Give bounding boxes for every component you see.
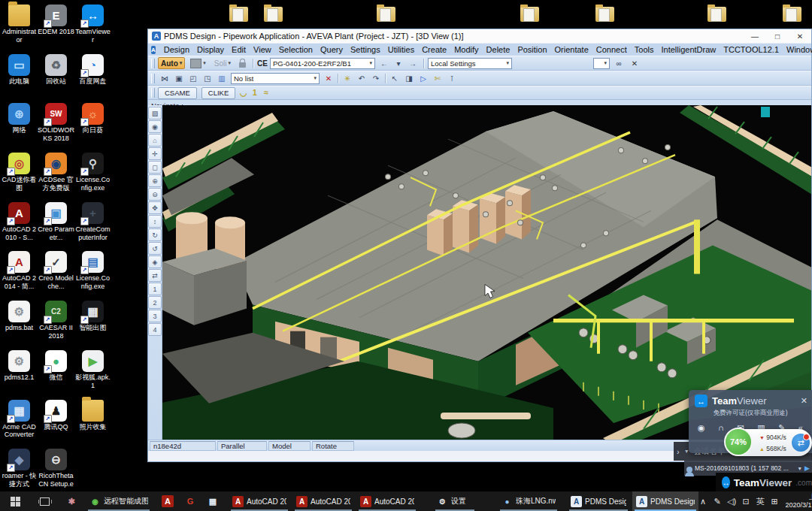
pinned-g-app[interactable]: G [180, 491, 200, 511]
taskbar-clock[interactable]: 上午 1:55 2020/3/17 星期二 [783, 493, 812, 509]
draw-list-combo[interactable]: No list▾ [231, 73, 320, 84]
menu-modify[interactable]: Modify [450, 45, 482, 54]
desktop-icon-creo-parametric[interactable]: ▣↗Creo Parametr... [38, 202, 74, 252]
tool-zoom-out[interactable]: ⊖ [148, 188, 162, 201]
desktop-icon-solidworks-2018[interactable]: SW↗SOLIDWORKS 2018 [38, 103, 74, 153]
tray-pen-icon[interactable]: ✎ [713, 497, 722, 506]
desktop-icon-baidu-netdisk[interactable]: ◔↗百度网盘 [74, 54, 111, 104]
pdms-window-1[interactable]: APDMS Design ... [567, 491, 630, 511]
solid-view-icon[interactable]: ◨ [402, 72, 416, 85]
toolbar-grip[interactable] [151, 74, 155, 83]
redo-icon[interactable]: ↷ [369, 72, 383, 85]
desktop-icon-pdms-bat[interactable]: ⚙pdms.bat [1, 301, 38, 350]
desktop-icon-smart-plot[interactable]: ▦↗智能出图 [74, 301, 111, 350]
settings-scope-combo[interactable]: Local Settings▾ [428, 58, 512, 69]
tool-saved-view-3[interactable]: 3 [148, 310, 162, 322]
tool-pan[interactable]: ✛ [148, 147, 162, 160]
tool-rotate-cw[interactable]: ↻ [148, 228, 162, 241]
undo-icon[interactable]: ↶ [355, 72, 368, 85]
desktop-folder-icon[interactable] [377, 7, 395, 22]
tool-look[interactable]: ⌂ [148, 134, 162, 147]
clear-list-icon[interactable]: ✕ [322, 72, 335, 85]
find-icon[interactable]: ∞ [612, 57, 626, 70]
auto-mode-button[interactable]: Auto▾ [158, 57, 185, 69]
desktop-icon-teamviewer[interactable]: ↔↗TeamViewer [74, 5, 111, 54]
nav-drop-icon[interactable]: ▾ [392, 57, 405, 70]
pointer-icon[interactable]: ↖ [388, 72, 401, 85]
desktop-icon-sunlogin[interactable]: ☼↗向日葵 [74, 103, 111, 153]
pinned-autocad[interactable]: A [158, 491, 177, 511]
search-history-combo[interactable]: ▾ [593, 58, 610, 69]
tool-zoom-rect[interactable]: ◻ [148, 161, 162, 174]
quickconnect-badge-icon[interactable]: ⇄ [792, 434, 810, 452]
toolbar-grip[interactable] [151, 88, 155, 98]
pdms-window-2[interactable]: APDMS Design ... [632, 491, 698, 511]
lock-button[interactable] [236, 57, 249, 69]
desktop-icon-tencent-qq[interactable]: ♟↗腾讯QQ [38, 400, 74, 449]
tool-elevation[interactable]: ↕ [148, 215, 162, 228]
autocad-window-3[interactable]: AAutoCAD 2010... [356, 491, 418, 511]
desktop-folder-icon[interactable] [707, 7, 726, 22]
menu-connect[interactable]: Connect [592, 45, 631, 54]
navisworks-lng-window[interactable]: ●珠海LNG.nwd ... [498, 491, 559, 511]
menu-utilities[interactable]: Utilities [384, 45, 418, 54]
maximize-button[interactable]: □ [766, 29, 789, 43]
tray-volume-icon[interactable]: ◁) [727, 497, 736, 506]
tray-ime-grid-icon[interactable]: ⊞ [770, 497, 779, 506]
menu-edit[interactable]: Edit [228, 45, 250, 54]
title-bar[interactable]: A PDMS Design - Pipework Application - A… [148, 29, 811, 43]
tool-saved-view-4[interactable]: 4 [148, 323, 162, 336]
tool-zoom-selection[interactable]: ◉ [148, 120, 162, 133]
desktop-icon-autocad-2010[interactable]: A↗AutoCAD 2010 - S... [1, 202, 38, 252]
tool-saved-view-2[interactable]: 2 [148, 296, 162, 309]
start-button[interactable] [0, 491, 30, 511]
tool-extents[interactable]: ▧ [148, 107, 162, 119]
desktop-icon-create-computer-inform[interactable]: +↗CreateComputerInform... [74, 202, 111, 252]
desktop-icon-acme-cad-converter[interactable]: ▦↗Acme CAD Converter [1, 400, 38, 449]
autocad-window-2[interactable]: AAutoCAD 2010... [292, 491, 354, 511]
desktop-icon-acdsee[interactable]: ◉↗ACDSee 官方免费版 [38, 153, 74, 202]
pipe-bend-icon[interactable]: ◡ [238, 88, 249, 98]
list-columns-icon[interactable]: ▥ [215, 72, 229, 85]
menu-window[interactable]: Window [783, 45, 812, 54]
desktop-icon-photo-collection[interactable]: 照片收集 [74, 400, 111, 449]
window-restore-icon[interactable]: ◰ [186, 72, 200, 85]
desktop-folder-icon[interactable] [595, 7, 614, 22]
desktop-folder-icon[interactable] [520, 7, 539, 22]
settings-window[interactable]: ⚙设置 [433, 491, 477, 511]
csame-button[interactable]: CSAME [158, 87, 197, 99]
tool-rotate-ccw[interactable]: ↺ [148, 242, 162, 255]
nav-back-icon[interactable]: ← [377, 57, 391, 70]
pipe-one-icon[interactable]: 1 [249, 88, 260, 98]
menu-query[interactable]: Query [317, 45, 347, 54]
desktop-icon-caesar-ii-2018[interactable]: C2↗CAESAR II 2018 [38, 301, 74, 350]
toolbar-grip[interactable] [151, 59, 155, 68]
desktop-icon-license-config-exe[interactable]: ▤↗License.Config.exe [74, 251, 111, 301]
menu-design[interactable]: Design [160, 45, 193, 54]
video-icon[interactable]: ◉ [698, 423, 705, 433]
task-view-button[interactable] [33, 491, 56, 511]
desktop-icon-pdms-12-1[interactable]: ⚙pdms12.1 [1, 350, 38, 400]
menu-view[interactable]: View [250, 45, 275, 54]
play-icon[interactable]: ▷ [417, 72, 430, 85]
transfer-speed-widget[interactable]: 74% ▼ 904K/s ▲ 568K/s ⇄ [726, 429, 812, 456]
cut-icon[interactable]: ✄ [431, 72, 444, 85]
menu-tcctool12-1[interactable]: TCCTOOL12.1 [720, 45, 783, 54]
axes-icon[interactable]: ✳ [341, 72, 354, 85]
representation-select[interactable]: Soli▾ [211, 57, 234, 69]
tool-walk[interactable]: ✥ [148, 201, 162, 214]
pinned-app[interactable]: ✱ [62, 491, 81, 511]
minimize-button[interactable]: — [744, 29, 766, 43]
desktop-icon-creo-modelcheck[interactable]: ✓↗Creo Modelche... [38, 251, 74, 301]
desktop-icon-this-pc[interactable]: ▭此电脑 [1, 54, 38, 104]
tray-display-icon[interactable]: ⊡ [741, 497, 750, 506]
graph-view-icon[interactable]: ⋈ [158, 72, 171, 85]
autocad-window-1[interactable]: AAutoCAD 2010... [229, 491, 290, 511]
menu-selection[interactable]: Selection [275, 45, 317, 54]
tag-icon[interactable]: ⊺ [445, 72, 459, 85]
pinned-calculator[interactable]: ▦ [203, 491, 223, 511]
clike-button[interactable]: CLIKE [201, 87, 235, 99]
tool-saved-view-1[interactable]: 1 [148, 283, 162, 295]
desktop-icon-license-config-key[interactable]: ⚲↗License.Config.exe [74, 153, 111, 202]
toolbar-close-icon[interactable]: ✕ [628, 57, 641, 70]
